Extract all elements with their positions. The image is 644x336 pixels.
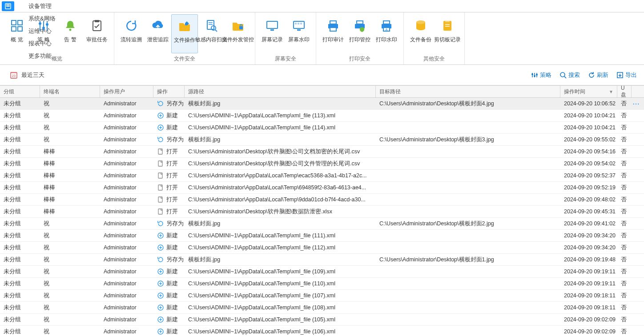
ribbon-btn-clipboard[interactable]: 审批任务 [84,14,110,53]
cell-group: 未分组 [0,268,40,276]
cell-group: 未分组 [0,304,40,312]
table-row[interactable]: 未分组祝Administrator另存为横板封面.jpgC:\Users\Adm… [0,134,644,146]
svg-rect-31 [330,28,336,31]
cell-user: Administrator [100,304,153,311]
col-src[interactable]: 源路径 [185,86,376,97]
ribbon-btn-label: 文件操作 [174,37,195,43]
cell-dst: C:\Users\Administrator\Desktop\横板封面2.jpg [376,220,560,228]
table-row[interactable]: 未分组祝Administrator另存为横板封面.jpgC:\Users\Adm… [0,218,644,230]
folder-edit-icon [177,18,193,34]
cell-group: 未分组 [0,160,40,168]
table-row[interactable]: 未分组棒棒Administrator打开C:\Users\Administrat… [0,194,644,206]
ribbon-btn-grid[interactable]: 概 览 [4,14,30,53]
cell-dst: C:\Users\Administrator\Desktop\横板封面4.jpg [376,100,560,108]
table-row[interactable]: 未分组祝Administrator新建C:\Users\ADMINI~1\App… [0,314,644,326]
ribbon-group-2: 屏幕记录屏幕水印屏幕安全 [255,12,316,64]
cell-time: 2024-09-20 09:02:09 [560,316,617,323]
table-row[interactable]: 未分组祝Administrator另存为横板封面.jpgC:\Users\Adm… [0,98,644,110]
monitor-grid-icon [291,18,307,34]
col-terminal[interactable]: 终端名 [40,86,100,97]
cell-group: 未分组 [0,100,40,108]
ribbon-btn-folder-edit[interactable]: 文件操作 [171,14,198,53]
table-row[interactable]: 未分组棒棒Administrator打开C:\Users\Administrat… [0,170,644,182]
ribbon-btn-monitor[interactable]: 屏幕记录 [259,14,286,53]
table-row[interactable]: 未分组祝Administrator新建C:\Users\ADMINI~1\App… [0,266,644,278]
ribbon-btn-cloud-up[interactable]: 泄密追踪 [145,14,171,53]
cell-time: 2024-09-20 09:54:02 [560,160,617,167]
cell-src: C:\Users\ADMINI~1\AppData\Local\Temp\xml… [185,292,376,299]
svg-rect-41 [445,20,450,22]
ribbon-btn-folder-lock[interactable]: 文件外发管控 [225,14,251,53]
ribbon-btn-doc-search[interactable]: 敏感内容扫描 [198,14,225,53]
table-row[interactable]: 未分组祝Administrator新建C:\Users\ADMINI~1\App… [0,326,644,336]
table-row[interactable]: 未分组祝Administrator新建C:\Users\ADMINI~1\App… [0,278,644,290]
cell-time: 2024-09-20 09:19:48 [560,256,617,263]
svg-rect-3 [12,20,16,25]
svg-rect-2 [6,6,10,7]
cell-usb: 否 [617,244,632,252]
cell-usb: 否 [617,280,632,288]
cell-terminal: 祝 [40,304,100,312]
cell-group: 未分组 [0,112,40,120]
action-搜索[interactable]: 搜索 [559,71,580,79]
ribbon-btn-sliders[interactable]: 策 略 [30,14,57,53]
cell-src: C:\Users\Administrator\AppData\Local\Tem… [185,184,376,191]
cell-time: 2024-09-20 09:52:37 [560,172,617,179]
table-row[interactable]: 未分组祝Administrator新建C:\Users\ADMINI~1\App… [0,122,644,134]
table-row[interactable]: 未分组祝Administrator新建C:\Users\ADMINI~1\App… [0,110,644,122]
bell-icon [62,18,78,34]
ribbon-btn-monitor-grid[interactable]: 屏幕水印 [286,14,312,53]
col-user[interactable]: 操作用户 [100,86,153,97]
cell-time: 2024-09-20 09:19:11 [560,280,617,287]
ribbon-btn-printer-a[interactable]: A打印水印 [373,14,400,53]
doc-search-icon [203,18,219,34]
col-group[interactable]: 分组 [0,86,40,97]
table-row[interactable]: 未分组祝Administrator新建C:\Users\ADMINI~1\App… [0,302,644,314]
table-row[interactable]: 未分组棒棒Administrator打开C:\Users\Administrat… [0,182,644,194]
ribbon-group-label: 打印安全 [349,53,370,64]
cell-usb: 否 [617,268,632,276]
ribbon-btn-clipboard2[interactable]: 剪切板记录 [434,14,461,53]
ribbon-btn-printer[interactable]: 打印审计 [320,14,346,53]
ribbon-btn-printer-shield[interactable]: 打印管控 [346,14,373,53]
svg-rect-61 [158,173,162,178]
app-menu-icon[interactable] [2,1,14,11]
svg-rect-1 [6,4,10,5]
table-row[interactable]: 未分组棒棒Administrator打开C:\Users\Administrat… [0,158,644,170]
cell-time: 2024-09-20 09:18:11 [560,304,617,311]
table-row[interactable]: 未分组祝Administrator新建C:\Users\ADMINI~1\App… [0,242,644,254]
action-策略[interactable]: 策略 [531,71,551,79]
cell-src: C:\Users\ADMINI~1\AppData\Local\Temp\xml… [185,244,376,251]
ribbon-btn-bell[interactable]: 告 警 [57,14,84,53]
cell-usb: 否 [617,328,632,336]
main-tabs: 开始文档加密上网行为数据安全设备管理系统&网络运维中心报表中心更多功能 [0,0,644,12]
svg-point-48 [534,75,535,76]
action-刷新[interactable]: 刷新 [588,71,608,79]
table-row[interactable]: 未分组祝Administrator另存为横板封面.jpgC:\Users\Adm… [0,254,644,266]
col-usb[interactable]: U盘 [617,86,632,97]
table-row[interactable]: 未分组祝Administrator新建C:\Users\ADMINI~1\App… [0,230,644,242]
row-more-icon[interactable]: ⋯ [632,100,640,108]
cell-group: 未分组 [0,280,40,288]
tab-4[interactable]: 设备管理 [20,0,64,12]
ribbon-btn-label: 告 警 [64,36,76,43]
col-op[interactable]: 操作 [153,86,185,97]
col-dst[interactable]: 目标路径 [376,86,560,97]
table-header: 分组 终端名 操作用户 操作 源路径 目标路径 操作时间▼ U盘 [0,85,644,98]
table-row[interactable]: 未分组棒棒Administrator打开C:\Users\Administrat… [0,206,644,218]
table-row[interactable]: 未分组祝Administrator新建C:\Users\ADMINI~1\App… [0,290,644,302]
clipboard2-icon [439,18,455,34]
ribbon-btn-db[interactable]: 文件备份 [407,14,434,53]
cell-user: Administrator [100,100,153,107]
ribbon-btn-rotate[interactable]: 流转追溯 [118,14,145,53]
cell-time: 2024-09-20 09:45:31 [560,208,617,215]
date-range-label[interactable]: 最近三天 [21,71,44,79]
svg-rect-35 [383,21,390,24]
action-导出[interactable]: 导出 [616,71,637,79]
cell-src: C:\Users\Administrator\AppData\Local\Tem… [185,196,376,203]
db-icon [413,18,429,34]
svg-rect-23 [270,29,274,31]
table-row[interactable]: 未分组棒棒Administrator打开C:\Users\Administrat… [0,146,644,158]
cell-src: C:\Users\Administrator\AppData\Local\Tem… [185,172,376,179]
col-time[interactable]: 操作时间▼ [560,86,617,97]
